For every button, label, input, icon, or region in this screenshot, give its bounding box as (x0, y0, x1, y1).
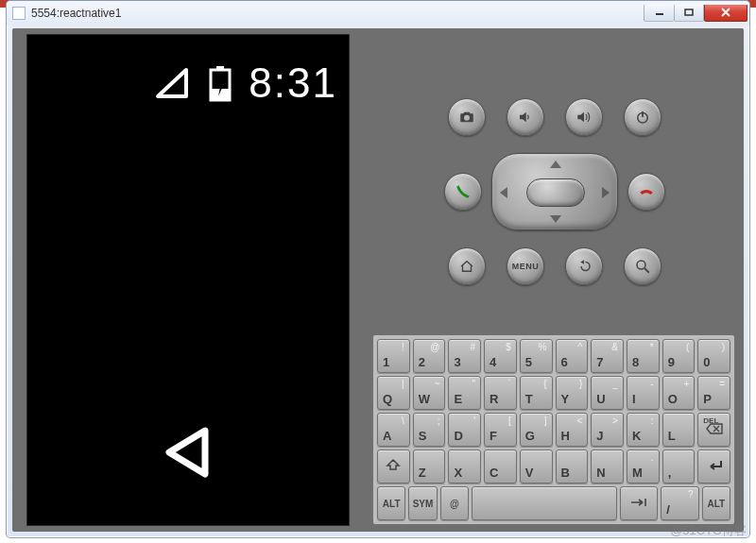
camera-button[interactable] (448, 98, 486, 136)
power-button[interactable] (624, 98, 662, 136)
dpad-left[interactable] (500, 187, 507, 198)
key-e[interactable]: E" (448, 376, 481, 410)
key-,[interactable]: , (662, 450, 696, 484)
key-n[interactable]: N (591, 450, 624, 484)
window-buttons (644, 6, 747, 22)
key-k[interactable]: K: (627, 413, 660, 447)
key-g[interactable]: G] (520, 413, 553, 447)
key-t[interactable]: T{ (520, 376, 553, 410)
dpad (491, 153, 618, 230)
dpad-down[interactable] (550, 215, 561, 223)
key-o[interactable]: O+ (662, 376, 696, 410)
key-alt-right[interactable]: ALT (702, 486, 730, 520)
key-x[interactable]: X (448, 450, 481, 484)
back-button[interactable] (565, 247, 603, 285)
key-m[interactable]: M. (627, 450, 660, 484)
key-1[interactable]: 1! (377, 339, 410, 373)
search-button[interactable] (624, 247, 662, 285)
key-enter[interactable] (697, 450, 730, 484)
titlebar: 5554:reactnative1 (7, 1, 749, 25)
key-s[interactable]: S; (413, 413, 446, 447)
key-shift[interactable] (377, 450, 410, 484)
emulator-window: 5554:reactnative1 (6, 0, 750, 538)
menu-button[interactable]: MENU (507, 247, 544, 285)
key-h[interactable]: H< (556, 413, 589, 447)
signal-icon (154, 64, 192, 102)
key-v[interactable]: V (520, 450, 553, 484)
hardware-keyboard: 1!2@3#4$5%6^7&8*9(0) Q|W~E"R`T{Y}U_I-O+P… (373, 335, 734, 524)
key-6[interactable]: 6^ (556, 339, 589, 373)
dpad-up[interactable] (550, 161, 561, 168)
key-a[interactable]: A\ (377, 413, 410, 447)
battery-charging-icon (207, 64, 233, 102)
call-button[interactable] (444, 173, 482, 211)
key-b[interactable]: B (556, 450, 589, 484)
app-icon (12, 7, 26, 20)
key-w[interactable]: W~ (413, 376, 446, 410)
end-call-button[interactable] (627, 173, 665, 211)
key-d[interactable]: D' (448, 413, 481, 447)
volume-up-button[interactable] (565, 98, 603, 136)
status-time: 8:31 (249, 59, 337, 107)
key-i[interactable]: I- (627, 376, 660, 410)
hardware-controls: MENU (413, 98, 696, 285)
status-bar: 8:31 (154, 59, 337, 107)
key-2[interactable]: 2@ (413, 339, 446, 373)
svg-line-7 (644, 268, 649, 273)
home-button[interactable] (448, 247, 486, 285)
device-frame: 8:31 (20, 34, 356, 526)
svg-rect-1 (685, 9, 693, 15)
key-u[interactable]: U_ (591, 376, 624, 410)
key-0[interactable]: 0) (697, 339, 730, 373)
close-button[interactable] (704, 5, 747, 22)
key-z[interactable]: Z (413, 450, 446, 484)
key-c[interactable]: C (484, 450, 517, 484)
key-at[interactable]: @ (440, 486, 469, 520)
key-q[interactable]: Q| (377, 376, 410, 410)
key-5[interactable]: 5% (520, 339, 553, 373)
dpad-center[interactable] (526, 178, 585, 207)
key-p[interactable]: P= (697, 376, 730, 410)
key-l[interactable]: L (662, 413, 696, 447)
key-f[interactable]: F[ (484, 413, 517, 447)
key-space[interactable] (472, 486, 617, 520)
key-8[interactable]: 8* (627, 339, 660, 373)
dpad-right[interactable] (602, 187, 610, 198)
key-tab[interactable] (620, 486, 658, 520)
key-9[interactable]: 9( (662, 339, 696, 373)
device-screen[interactable]: 8:31 (26, 34, 350, 526)
key-r[interactable]: R` (484, 376, 517, 410)
watermark: @51CTO博客 (670, 522, 747, 539)
key-3[interactable]: 3# (448, 339, 481, 373)
key-sym[interactable]: SYM (408, 486, 437, 520)
key-delete[interactable]: DEL (697, 413, 730, 447)
key-/[interactable]: /? (661, 486, 698, 520)
window-title: 5554:reactnative1 (31, 7, 121, 20)
svg-point-6 (637, 261, 645, 269)
key-7[interactable]: 7& (591, 339, 624, 373)
client-area: 8:31 (12, 28, 744, 532)
volume-down-button[interactable] (507, 98, 544, 136)
minimize-button[interactable] (644, 5, 674, 22)
maximize-button[interactable] (674, 5, 704, 22)
key-alt-left[interactable]: ALT (377, 486, 405, 520)
key-4[interactable]: 4$ (484, 339, 517, 373)
key-y[interactable]: Y} (556, 376, 589, 410)
key-j[interactable]: J> (591, 413, 624, 447)
control-panel: MENU 1!2@3#4$5%6^7&8*9(0) Q|W~E"R`T{Y}U_… (373, 34, 736, 526)
nav-back-icon[interactable] (158, 423, 216, 485)
